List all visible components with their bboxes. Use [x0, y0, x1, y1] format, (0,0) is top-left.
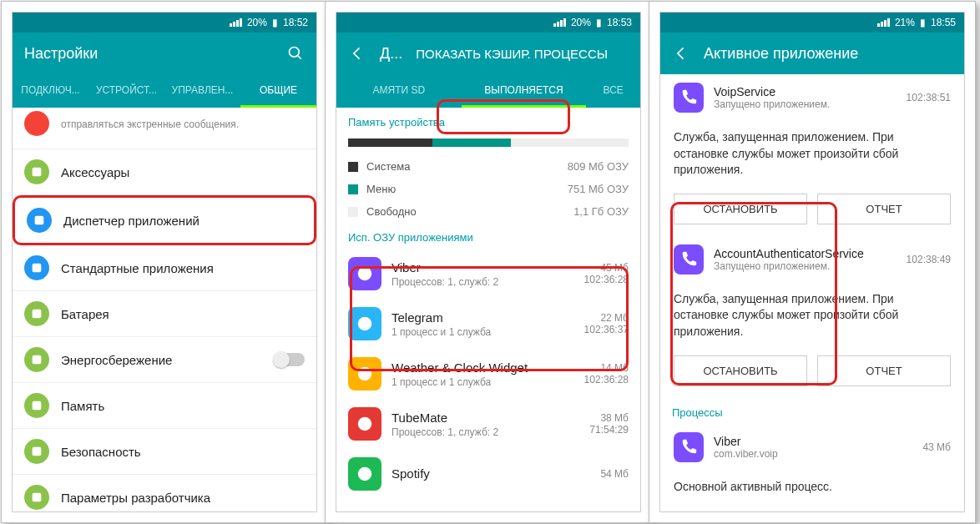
settings-item-icon	[24, 301, 49, 326]
page-title: Активное приложение	[704, 45, 952, 63]
app-icon	[348, 407, 381, 441]
report-button[interactable]: ОТЧЕТ	[817, 355, 951, 386]
memory-row: Система 809 Мб ОЗУ	[336, 155, 640, 178]
page-title: ПОКАЗАТЬ КЭШИР. ПРОЦЕССЫ	[416, 47, 629, 61]
settings-item-icon	[24, 159, 49, 184]
clock: 18:55	[931, 17, 956, 28]
app-row[interactable]: Weather & Clock Widget 1 процесс и 1 слу…	[336, 349, 640, 399]
memory-row: Свободно 1,1 Гб ОЗУ	[336, 200, 640, 223]
clock: 18:53	[607, 17, 632, 28]
settings-item[interactable]: Энергосбережение	[13, 337, 316, 383]
back-icon[interactable]	[672, 44, 690, 63]
app-sub: 1 процесс и 1 служба	[391, 326, 574, 338]
settings-item[interactable]: Память	[13, 383, 316, 429]
svg-point-12	[358, 367, 372, 381]
svg-point-11	[358, 317, 372, 331]
service-time: 102:38:49	[907, 254, 951, 265]
memory-label: Система	[366, 160, 410, 173]
settings-item[interactable]: Диспетчер приложений	[13, 195, 316, 245]
app-sub: Процессов: 1, служб: 2	[391, 426, 579, 438]
app-bar: Активное приложение	[660, 33, 964, 74]
settings-item[interactable]: Аксессуары	[13, 149, 316, 195]
settings-item-icon	[24, 485, 49, 510]
svg-rect-4	[33, 264, 42, 273]
process-size: 43 Мб	[922, 441, 951, 453]
tab-running[interactable]: ВЫПОЛНЯЕТСЯ	[462, 74, 587, 108]
screen-settings: 20% ▮ 18:52 Настройки ПОДКЛЮЧ... УСТРОЙС…	[12, 12, 317, 512]
back-icon[interactable]	[348, 44, 366, 63]
memory-swatch	[348, 184, 358, 194]
signal-icon	[877, 18, 890, 27]
settings-item[interactable]: Безопасность	[13, 429, 316, 475]
toggle-switch[interactable]	[275, 353, 305, 366]
status-bar: 20% ▮ 18:53	[336, 13, 640, 33]
settings-list: отправляться экстренные сообщения. Аксес…	[13, 108, 316, 511]
service-sub: Запущено приложением.	[714, 260, 897, 272]
settings-item-icon	[24, 393, 49, 418]
running-apps: Память устройства Система 809 Мб ОЗУ Мен…	[336, 108, 640, 511]
tab-all[interactable]: ВСЕ	[586, 74, 640, 108]
settings-item-label: Диспетчер приложений	[63, 214, 302, 228]
svg-rect-5	[33, 310, 42, 319]
stop-button[interactable]: ОСТАНОВИТЬ	[674, 355, 807, 386]
tab-device[interactable]: УСТРОЙСТ...	[88, 74, 164, 108]
signal-pct: 21%	[895, 17, 915, 28]
service-name: AccountAuthenticatorService	[714, 247, 897, 260]
app-size: 14 Мб	[584, 362, 629, 374]
app-name: Telegram	[391, 310, 574, 325]
memory-label: Меню	[366, 183, 396, 195]
service-row[interactable]: AccountAuthenticatorService Запущено при…	[660, 236, 964, 283]
back-label: Д...	[380, 45, 402, 63]
tab-general[interactable]: ОБЩИЕ	[240, 74, 316, 108]
settings-item-label: Безопасность	[61, 445, 305, 459]
app-name: Weather & Clock Widget	[391, 360, 574, 375]
search-icon[interactable]	[286, 44, 305, 63]
tab-sdcard[interactable]: АМЯТИ SD	[336, 74, 462, 108]
app-sub: 1 процесс и 1 служба	[391, 376, 574, 388]
viber-icon	[674, 244, 704, 275]
settings-item[interactable]: Параметры разработчика	[13, 475, 316, 511]
settings-item-label: Аксессуары	[61, 165, 305, 179]
partial-item-top[interactable]: отправляться экстренные сообщения.	[13, 108, 316, 149]
app-icon	[348, 357, 381, 390]
screen-app-manager: 20% ▮ 18:53 Д... ПОКАЗАТЬ КЭШИР. ПРОЦЕСС…	[336, 12, 641, 512]
tab-manage[interactable]: УПРАВЛЕН...	[164, 74, 240, 108]
app-row[interactable]: TubeMate Процессов: 1, служб: 2 38 Мб 71…	[336, 399, 640, 449]
app-name: Viber	[391, 260, 574, 275]
app-row[interactable]: Telegram 1 процесс и 1 служба 22 Мб 102:…	[336, 299, 640, 349]
service-desc: Служба, запущенная приложением. При оста…	[660, 121, 964, 187]
app-name: Spotify	[391, 466, 590, 481]
app-name: TubeMate	[391, 411, 579, 425]
battery-icon: ▮	[920, 17, 926, 28]
battery-icon: ▮	[596, 17, 602, 28]
tab-connections[interactable]: ПОДКЛЮЧ...	[13, 74, 88, 108]
battery-icon: ▮	[272, 17, 278, 28]
signal-icon	[553, 18, 566, 27]
service-detail: VoipService Запущено приложением. 102:38…	[660, 74, 964, 511]
status-bar: 20% ▮ 18:52	[13, 13, 316, 33]
app-row[interactable]: Viber Процессов: 1, служб: 2 45 Мб 102:3…	[336, 249, 640, 299]
memory-value: 809 Мб ОЗУ	[568, 160, 629, 173]
viber-icon	[674, 83, 704, 113]
svg-line-1	[298, 56, 301, 59]
apps-header: Исп. ОЗУ приложениями	[336, 223, 640, 249]
signal-icon	[230, 18, 242, 27]
tab-bar: АМЯТИ SD ВЫПОЛНЯЕТСЯ ВСЕ	[336, 74, 640, 108]
app-row[interactable]: Spotify 54 Мб	[336, 449, 640, 499]
app-size: 22 Мб	[584, 312, 629, 324]
service-row[interactable]: VoipService Запущено приложением. 102:38…	[660, 74, 964, 121]
process-row[interactable]: Viber com.viber.voip 43 Мб	[660, 424, 964, 471]
settings-item[interactable]: Батарея	[13, 291, 316, 337]
settings-item[interactable]: Стандартные приложения	[13, 245, 316, 291]
service-name: VoipService	[714, 85, 897, 98]
svg-point-13	[358, 417, 372, 431]
page-title: Настройки	[24, 45, 273, 63]
stop-button[interactable]: ОСТАНОВИТЬ	[674, 194, 807, 224]
signal-pct: 20%	[247, 17, 267, 28]
settings-item-icon	[24, 439, 49, 464]
settings-item-icon	[27, 208, 52, 233]
app-size: 54 Мб	[600, 468, 629, 480]
report-button[interactable]: ОТЧЕТ	[817, 194, 951, 224]
service-time: 102:38:51	[907, 92, 951, 103]
app-size: 38 Мб	[589, 412, 629, 424]
